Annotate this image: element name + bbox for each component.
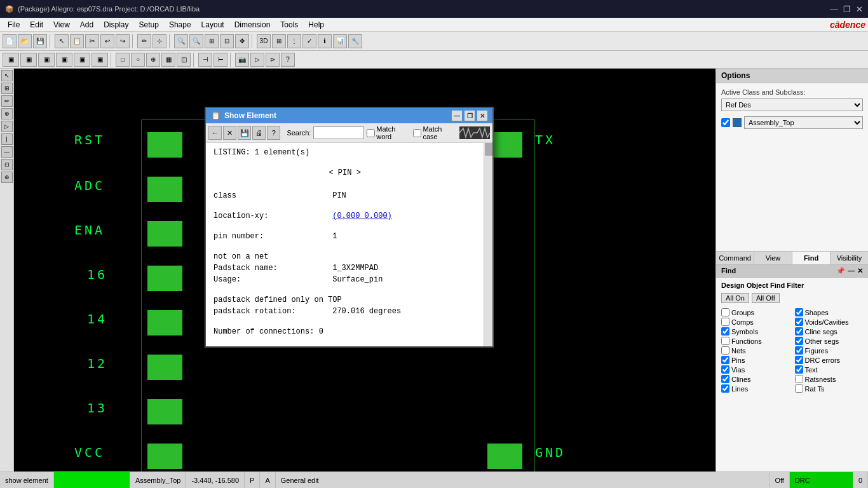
menu-item-dimension[interactable]: Dimension (229, 19, 276, 30)
tab-find[interactable]: Find (792, 252, 831, 264)
find-checkbox-comps[interactable] (721, 318, 729, 326)
stream-btn-1[interactable]: ▷ (250, 53, 264, 67)
copy-button[interactable]: 📋 (70, 34, 84, 48)
left-tool-1[interactable]: ↖ (1, 70, 13, 81)
find-item-voids-cavities[interactable]: Voids/Cavities (795, 318, 864, 326)
menu-item-setup[interactable]: Setup (134, 19, 164, 30)
menu-item-view[interactable]: View (48, 19, 75, 30)
find-minimize-icon[interactable]: — (848, 267, 855, 275)
menu-item-file[interactable]: File (3, 19, 25, 30)
open-button[interactable]: 📂 (18, 34, 32, 48)
find-item-groups[interactable]: Groups (721, 308, 790, 316)
tab-view[interactable]: View (754, 252, 792, 264)
find-checkbox-cline-segs[interactable] (795, 327, 803, 336)
location-value[interactable]: (0.000 0.000) (332, 212, 392, 220)
find-item-pins[interactable]: Pins (721, 356, 790, 364)
subclass-checkbox[interactable] (721, 118, 730, 127)
tools-button[interactable]: 🔧 (348, 34, 362, 48)
help-icon-btn[interactable]: ? (281, 53, 295, 67)
info-button[interactable]: ℹ (318, 34, 332, 48)
zoom-window-button[interactable]: ⊡ (220, 34, 234, 48)
save-button[interactable]: 💾 (33, 34, 47, 48)
scrollbar-thumb[interactable] (485, 143, 492, 156)
find-item-figures[interactable]: Figures (795, 346, 864, 355)
find-checkbox-groups[interactable] (721, 308, 729, 316)
find-checkbox-clines[interactable] (721, 375, 729, 383)
window-controls[interactable]: — ❐ ✕ (830, 4, 863, 14)
all-off-button[interactable]: All Off (752, 293, 780, 303)
subclass-select[interactable]: Assembly_Top (744, 116, 863, 129)
display-btn-5[interactable]: ◫ (177, 53, 191, 67)
dialog-minimize-button[interactable]: — (452, 111, 462, 121)
minimize-button[interactable]: — (830, 4, 838, 14)
find-item-nets[interactable]: Nets (721, 346, 790, 355)
menu-item-layout[interactable]: Layout (196, 19, 229, 30)
menu-item-display[interactable]: Display (98, 19, 133, 30)
find-item-lines[interactable]: Lines (721, 384, 790, 393)
left-tool-3[interactable]: ✏ (1, 95, 13, 107)
display-btn-2[interactable]: ○ (131, 53, 145, 67)
dialog-save-button[interactable]: 💾 (238, 126, 251, 140)
maximize-button[interactable]: ❐ (843, 4, 851, 14)
route-btn-1[interactable]: ⊣ (198, 53, 212, 67)
tab-command[interactable]: Command (716, 252, 754, 264)
left-tool-9[interactable]: ⊛ (1, 172, 13, 183)
zoom-fit-button[interactable]: ⊞ (205, 34, 219, 48)
3d-button[interactable]: 3D (257, 34, 271, 48)
dialog-print-button[interactable]: 🖨 (252, 126, 266, 140)
find-item-comps[interactable]: Comps (721, 318, 790, 326)
layer-btn-5[interactable]: ▣ (74, 53, 90, 67)
find-checkbox-rat-ts[interactable] (795, 384, 803, 393)
tab-visibility[interactable]: Visibility (831, 252, 868, 264)
find-close-icon[interactable]: ✕ (857, 267, 863, 275)
layer-btn-6[interactable]: ▣ (92, 53, 108, 67)
route-btn-2[interactable]: ⊢ (214, 53, 227, 67)
find-checkbox-other-segs[interactable] (795, 337, 803, 345)
cut-button[interactable]: ✂ (85, 34, 99, 48)
pencil-button[interactable]: ✏ (137, 34, 151, 48)
layer-btn-3[interactable]: ▣ (38, 53, 55, 67)
grid-button[interactable]: ⊞ (272, 34, 286, 48)
left-tool-4[interactable]: ⊕ (1, 108, 13, 119)
left-tool-6[interactable]: | (1, 133, 13, 145)
find-checkbox-shapes[interactable] (795, 308, 803, 316)
find-item-rat-ts[interactable]: Rat Ts (795, 384, 864, 393)
menu-item-tools[interactable]: Tools (275, 19, 303, 30)
find-checkbox-symbols[interactable] (721, 327, 729, 336)
match-case-checkbox[interactable] (413, 129, 421, 137)
display-btn-4[interactable]: ▦ (161, 53, 175, 67)
find-checkbox-ratsnests[interactable] (795, 375, 803, 383)
dialog-title-bar[interactable]: 📋 Show Element — ❐ ✕ (206, 108, 492, 123)
dialog-delete-button[interactable]: ✕ (223, 126, 236, 140)
find-checkbox-pins[interactable] (721, 356, 729, 364)
display-btn-3[interactable]: ⊕ (146, 53, 160, 67)
close-button[interactable]: ✕ (856, 4, 863, 14)
zoom-in-button[interactable]: 🔍 (174, 34, 188, 48)
find-checkbox-nets[interactable] (721, 346, 729, 355)
zoom-out-button[interactable]: 🔍 (189, 34, 203, 48)
all-on-button[interactable]: All On (721, 293, 749, 303)
pan-button[interactable]: ✥ (235, 34, 249, 48)
find-item-shapes[interactable]: Shapes (795, 308, 864, 316)
match-word-checkbox[interactable] (367, 129, 375, 137)
left-tool-5[interactable]: ▷ (1, 121, 13, 132)
dialog-maximize-button[interactable]: ❐ (465, 111, 475, 121)
dialog-help-button[interactable]: ? (267, 126, 280, 140)
find-checkbox-lines[interactable] (721, 384, 729, 393)
redo-button[interactable]: ↪ (116, 34, 130, 48)
find-checkbox-vias[interactable] (721, 365, 729, 374)
screenshot-button[interactable]: 📷 (235, 53, 249, 67)
check-button[interactable]: ✓ (302, 34, 316, 48)
stream-btn-2[interactable]: ⊳ (266, 53, 280, 67)
find-checkbox-figures[interactable] (795, 346, 803, 355)
class-select[interactable]: Ref Des (721, 98, 863, 111)
find-checkbox-functions[interactable] (721, 337, 729, 345)
find-item-other-segs[interactable]: Other segs (795, 337, 864, 345)
find-checkbox-text[interactable] (795, 365, 803, 374)
dialog-window-controls[interactable]: — ❐ ✕ (452, 111, 487, 121)
dialog-back-button[interactable]: ← (208, 126, 222, 140)
find-checkbox-voids-cavities[interactable] (795, 318, 803, 326)
ratsnest-button[interactable]: ⋮ (287, 34, 301, 48)
report-button[interactable]: 📊 (333, 34, 347, 48)
select-button[interactable]: ↖ (55, 34, 69, 48)
